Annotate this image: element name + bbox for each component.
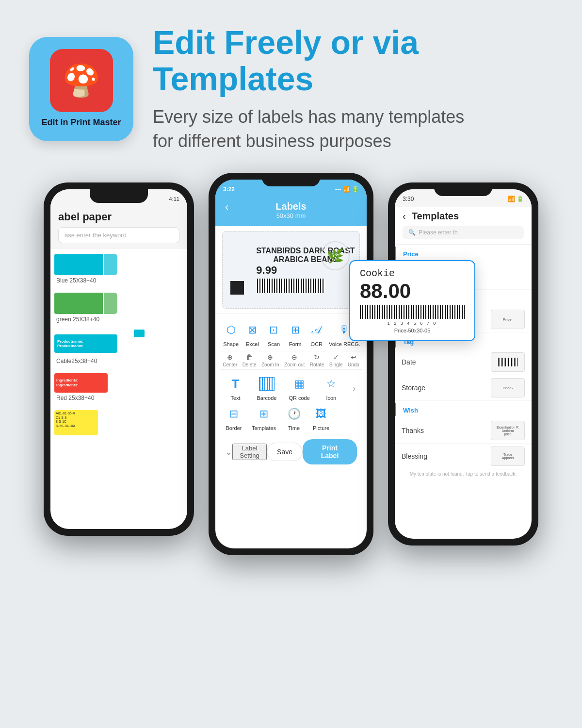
excel-label: Excel xyxy=(246,341,259,347)
edit-zoom-in[interactable]: ⊕ Zoom In xyxy=(261,353,279,367)
toolbar-barcode[interactable]: Barcode xyxy=(257,375,276,401)
undo-icon: ↩ xyxy=(351,353,356,361)
phone3-notch xyxy=(434,189,492,196)
edit-undo[interactable]: ↩ Undo xyxy=(348,353,359,367)
toolbar-qrcode[interactable]: ▦ QR code xyxy=(289,375,309,401)
price-category-label: Price xyxy=(403,250,419,258)
template-row[interactable]: Storage Price- xyxy=(395,375,532,401)
phone2-signal: ▪▪▪ 📶 🔋 xyxy=(335,186,359,193)
toolbar-form[interactable]: ⊞ Form xyxy=(286,321,305,347)
list-item[interactable]: green 25X38+40 xyxy=(54,293,183,323)
phone2-back-button[interactable]: ‹ xyxy=(225,201,228,214)
template-row[interactable]: Thanks Examination P.Uniformprice xyxy=(395,418,532,444)
toolbar-picture[interactable]: 🖼 Picture xyxy=(312,405,330,431)
phone2-time: 3:22 xyxy=(223,186,235,193)
storage-preview: Price- xyxy=(503,386,513,390)
list-item[interactable]: A01-01-05-RC1-S-88-S-1CR-50-10-10A xyxy=(54,410,183,435)
template-preview-6: TradeApparel xyxy=(491,447,525,466)
toolbar-main: ⬡ Shape ⊠ Excel ⊡ Scan ⊞ Form xyxy=(215,314,367,472)
phone1-search-placeholder: ase enter the keyword xyxy=(65,232,127,239)
phone3-title: Templates xyxy=(412,211,459,222)
voice-label: Voice RECG. xyxy=(329,341,360,347)
delete-label: Delete xyxy=(242,362,257,367)
toolbar-bottom: ⌄ Label Setting Save Print Label xyxy=(220,435,362,468)
phone1-time: 4:11 xyxy=(169,196,179,202)
label-cable-body: Productname:Productname: xyxy=(54,334,117,353)
icon-label: Icon xyxy=(326,395,336,401)
edit-single[interactable]: ✓ Single xyxy=(329,353,343,367)
list-item[interactable]: Blue 25X38+40 xyxy=(54,254,183,284)
undo-label: Undo xyxy=(348,362,359,367)
list-item[interactable]: Ingredients:Ingredients: Red 25x38+40 xyxy=(54,373,183,401)
scan-label: Scan xyxy=(268,341,280,347)
phone3-screen: 3:30 📶 🔋 ‹ Templates 🔍 Please enter th P… xyxy=(395,189,532,539)
phone3-back-button[interactable]: ‹ xyxy=(403,211,406,222)
qr-code xyxy=(230,281,244,295)
list-item[interactable]: Productname:Productname: Cable25x38+40 xyxy=(54,331,183,364)
label-green-name: green 25X38+40 xyxy=(54,316,183,323)
rotate-icon: ↻ xyxy=(314,353,320,361)
edit-zoom-out[interactable]: ⊖ Zoom out xyxy=(284,353,305,367)
edit-rotate[interactable]: ↻ Rotate xyxy=(310,353,324,367)
search-icon: 🔍 xyxy=(408,229,416,236)
label-setting-button[interactable]: Label Setting xyxy=(232,444,267,460)
phone3-header: ‹ Templates 🔍 Please enter th xyxy=(395,207,532,245)
form-label: Form xyxy=(289,341,302,347)
templates-icon: ⊞ xyxy=(255,405,273,423)
toolbar-ocr[interactable]: 𝒜 OCR xyxy=(307,321,326,347)
mini-barcode-2 xyxy=(498,358,517,366)
wish-category-label: Wish xyxy=(403,407,418,414)
phone1-title: abel paper xyxy=(58,211,179,223)
toolbar-scan[interactable]: ⊡ Scan xyxy=(264,321,283,347)
single-icon: ✓ xyxy=(333,353,339,361)
toolbar-shape[interactable]: ⬡ Shape xyxy=(222,321,240,347)
coffee-icon: 🌿 xyxy=(321,241,350,270)
label-cable-visual: Productname:Productname: xyxy=(54,331,183,356)
template-row[interactable]: Date xyxy=(395,349,532,375)
label-red-body: Ingredients:Ingredients: xyxy=(54,373,108,393)
toolbar-templates[interactable]: ⊞ Templates xyxy=(252,405,276,431)
phone3-search[interactable]: 🔍 Please enter th xyxy=(403,226,524,239)
phone1-search[interactable]: ase enter the keyword xyxy=(58,227,179,243)
label-red-text: Ingredients:Ingredients: xyxy=(56,378,79,388)
template-row[interactable]: Blessing TradeApparel xyxy=(395,444,532,469)
toolbar-border[interactable]: ⊟ Border xyxy=(225,405,243,431)
single-label: Single xyxy=(329,362,343,367)
template-preview-2: Price- xyxy=(491,310,525,329)
phone2-subtitle: 50x30 mm xyxy=(215,212,367,219)
toolbar-icon[interactable]: ☆ Icon xyxy=(322,375,340,401)
print-label-button[interactable]: Print Label xyxy=(303,439,357,464)
preview-exam-text: Examination P.Uniformprice xyxy=(497,426,519,436)
toolbar-row4: ⊟ Border ⊞ Templates 🕐 Time 🖼 Picture xyxy=(220,403,362,435)
template-blessing-name: Blessing xyxy=(402,452,427,460)
zoom-out-icon: ⊖ xyxy=(291,353,297,361)
icon-icon: ☆ xyxy=(322,375,340,393)
feedback-text[interactable]: My template is not found. Tap to send a … xyxy=(395,469,532,479)
collapse-icon[interactable]: ⌄ xyxy=(225,447,232,457)
templates-label: Templates xyxy=(252,425,276,431)
toolbar-more-button[interactable]: › xyxy=(353,375,356,401)
header-title: Edit Freely or via Templates xyxy=(153,24,553,97)
label-canvas: 🌿 STANBIRDS DARK ROAST ARABICA BEANS 9.9… xyxy=(222,231,360,309)
toolbar-time[interactable]: 🕐 Time xyxy=(285,405,303,431)
phone1-screen: 4:11 abel paper ase enter the keyword Bl… xyxy=(50,189,187,529)
phone2-header: ‹ Labels 50x30 mm xyxy=(215,197,367,226)
toolbar-text[interactable]: T Text xyxy=(226,375,244,401)
edit-center[interactable]: ⊕ Center xyxy=(223,353,237,367)
time-label: Time xyxy=(288,425,300,431)
category-wish[interactable]: Wish xyxy=(395,403,532,416)
save-button[interactable]: Save xyxy=(267,443,303,461)
cookie-price: 88.00 xyxy=(360,281,465,301)
zoom-out-label: Zoom out xyxy=(284,362,305,367)
rotate-label: Rotate xyxy=(310,362,324,367)
edit-delete[interactable]: 🗑 Delete xyxy=(242,353,257,367)
phone3-signal: 📶 🔋 xyxy=(508,196,524,202)
shape-label: Shape xyxy=(223,341,239,347)
label-barcode xyxy=(257,279,325,293)
toolbar-excel[interactable]: ⊠ Excel xyxy=(243,321,261,347)
phone1-header: abel paper ase enter the keyword xyxy=(50,207,187,249)
cookie-barcode xyxy=(360,305,465,319)
toolbar-row1: ⬡ Shape ⊠ Excel ⊡ Scan ⊞ Form xyxy=(220,321,362,347)
template-preview-4: Price- xyxy=(491,378,525,397)
category-price[interactable]: Price xyxy=(395,247,532,260)
